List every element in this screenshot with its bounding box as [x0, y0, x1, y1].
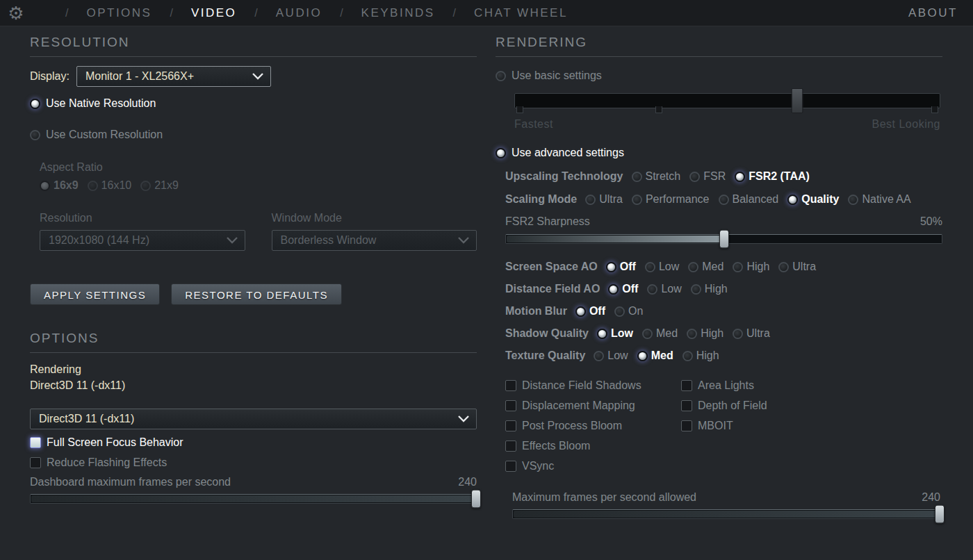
use-native-resolution-label: Use Native Resolution [46, 97, 156, 110]
radio-option-quality[interactable]: Quality [787, 193, 839, 206]
radio-option-label: Low [611, 327, 633, 340]
quality-preset-slider-handle[interactable] [792, 88, 803, 113]
radio-option-fsr[interactable]: FSR [689, 170, 726, 183]
use-custom-resolution-label: Use Custom Resolution [46, 129, 163, 141]
top-nav: ⚙↖ / OPTIONS / VIDEO / AUDIO / KEYBINDS … [0, 0, 973, 26]
radio-option-label: FSR2 (TAA) [749, 170, 810, 183]
tab-keybinds[interactable]: KEYBINDS [361, 6, 435, 20]
window-mode-dropdown-label: Window Mode [272, 212, 477, 224]
checkbox-box [505, 461, 516, 472]
fsr2-sharpness-slider[interactable] [505, 234, 942, 244]
checkbox-displacement-mapping[interactable]: Displacement Mapping [505, 399, 681, 413]
quality-preset-slider[interactable] [514, 93, 940, 108]
slider-handle[interactable] [935, 505, 945, 524]
radio-dot [597, 329, 607, 339]
radio-option-high[interactable]: High [687, 327, 723, 340]
slider-notch [655, 106, 662, 113]
checkbox-reduce-flashing-effects[interactable]: Reduce Flashing Effects [30, 456, 477, 470]
checkbox-label: Effects Bloom [522, 440, 590, 452]
radio-option-med[interactable]: Med [642, 327, 678, 340]
radio-dot [688, 262, 698, 272]
radio-option-stretch[interactable]: Stretch [632, 170, 681, 183]
radio-option-balanced[interactable]: Balanced [719, 193, 779, 206]
max-fps-slider[interactable] [512, 509, 940, 519]
radio-option-low[interactable]: Low [597, 327, 633, 340]
slider-handle[interactable] [471, 490, 481, 509]
radio-option-low[interactable]: Low [647, 283, 681, 295]
checkbox-distance-field-shadows[interactable]: Distance Field Shadows [505, 379, 681, 393]
use-advanced-settings-radio[interactable]: Use advanced settings [496, 147, 942, 159]
motion-blur-label: Motion Blur [505, 305, 567, 318]
resolution-dropdown[interactable]: 1920x1080 (144 Hz) [40, 230, 245, 251]
radio-dot [691, 284, 701, 295]
checkbox-full-screen-focus-behavior[interactable]: Full Screen Focus Behavior [30, 436, 477, 450]
rendering-setting-label: Rendering [30, 363, 477, 376]
rendering-setting-value: Direct3D 11 (-dx11) [30, 379, 477, 392]
options-section-title: OPTIONS [30, 331, 477, 353]
radio-option-off[interactable]: Off [575, 305, 605, 318]
checkbox-label: Reduce Flashing Effects [47, 456, 167, 469]
checkbox-depth-of-field[interactable]: Depth of Field [681, 399, 767, 413]
motion-blur-row: Motion Blur OffOn [505, 305, 942, 318]
radio-option-ultra[interactable]: Ultra [733, 327, 770, 340]
resolution-section-title: RESOLUTION [30, 35, 477, 57]
rendering-api-dropdown-value: Direct3D 11 (-dx11) [39, 413, 134, 425]
restore-defaults-button[interactable]: RESTORE TO DEFAULTS [171, 283, 342, 305]
checkbox-label: Post Process Bloom [522, 420, 622, 432]
tab-chat-wheel[interactable]: CHAT WHEEL [474, 6, 568, 20]
tab-audio[interactable]: AUDIO [276, 6, 322, 20]
radio-option-off[interactable]: Off [608, 283, 638, 295]
options-checkbox-list: Full Screen Focus BehaviorReduce Flashin… [30, 436, 477, 470]
radio-option-high[interactable]: High [682, 349, 719, 362]
window-mode-dropdown-value: Borderless Window [281, 234, 377, 247]
window-mode-dropdown[interactable]: Borderless Window [272, 230, 477, 251]
use-custom-resolution-radio[interactable]: Use Custom Resolution [30, 129, 477, 141]
radio-option-off[interactable]: Off [606, 261, 636, 273]
radio-option-low[interactable]: Low [645, 261, 679, 273]
slider-best-looking-label: Best Looking [872, 118, 940, 131]
radio-dot [608, 284, 619, 295]
radio-option-21x9[interactable]: 21x9 [140, 179, 179, 192]
radio-option-native-aa[interactable]: Native AA [848, 193, 910, 206]
radio-option-high[interactable]: High [733, 261, 769, 273]
rendering-api-dropdown[interactable]: Direct3D 11 (-dx11) [30, 409, 477, 429]
radio-dot [30, 99, 40, 109]
radio-dot [632, 195, 642, 205]
radio-option-med[interactable]: Med [688, 261, 723, 273]
radio-option-16x10[interactable]: 16x10 [88, 179, 132, 192]
tab-about[interactable]: ABOUT [908, 6, 958, 20]
radio-option-label: Native AA [862, 193, 910, 206]
display-dropdown[interactable]: Monitor 1 - XL2566X+ [76, 66, 271, 87]
use-native-resolution-radio[interactable]: Use Native Resolution [30, 97, 477, 110]
radio-option-fsr2-taa[interactable]: FSR2 (TAA) [735, 170, 810, 183]
radio-option-ultra[interactable]: Ultra [778, 261, 816, 273]
slider-handle[interactable] [719, 230, 729, 249]
tab-video[interactable]: VIDEO [191, 6, 236, 20]
radio-option-on[interactable]: On [614, 305, 643, 318]
render-checkboxes-right: Area LightsDepth of FieldMBOIT [681, 379, 767, 479]
checkbox-label: VSync [522, 460, 554, 472]
settings-gear-icon: ⚙↖ [4, 1, 28, 25]
radio-option-high[interactable]: High [691, 283, 728, 295]
radio-option-low[interactable]: Low [594, 349, 628, 362]
apply-settings-button[interactable]: APPLY SETTINGS [30, 283, 160, 305]
checkbox-effects-bloom[interactable]: Effects Bloom [505, 439, 681, 453]
tab-options[interactable]: OPTIONS [86, 6, 152, 20]
radio-option-label: FSR [703, 170, 726, 183]
radio-option-label: Ultra [792, 261, 816, 273]
radio-option-performance[interactable]: Performance [632, 193, 710, 206]
radio-option-med[interactable]: Med [637, 349, 673, 362]
radio-dot [606, 262, 616, 272]
radio-option-16x9[interactable]: 16x9 [40, 179, 79, 192]
checkbox-post-process-bloom[interactable]: Post Process Bloom [505, 419, 681, 433]
use-basic-settings-radio[interactable]: Use basic settings [496, 69, 942, 82]
checkbox-box [505, 440, 516, 452]
radio-option-ultra[interactable]: Ultra [585, 193, 623, 206]
checkbox-label: Depth of Field [698, 400, 767, 412]
dashboard-fps-slider[interactable] [30, 494, 477, 504]
checkbox-vsync[interactable]: VSync [505, 459, 681, 473]
radio-dot [687, 329, 697, 339]
checkbox-area-lights[interactable]: Area Lights [681, 379, 767, 393]
chevron-down-icon [458, 413, 469, 425]
checkbox-mboit[interactable]: MBOIT [681, 419, 767, 433]
